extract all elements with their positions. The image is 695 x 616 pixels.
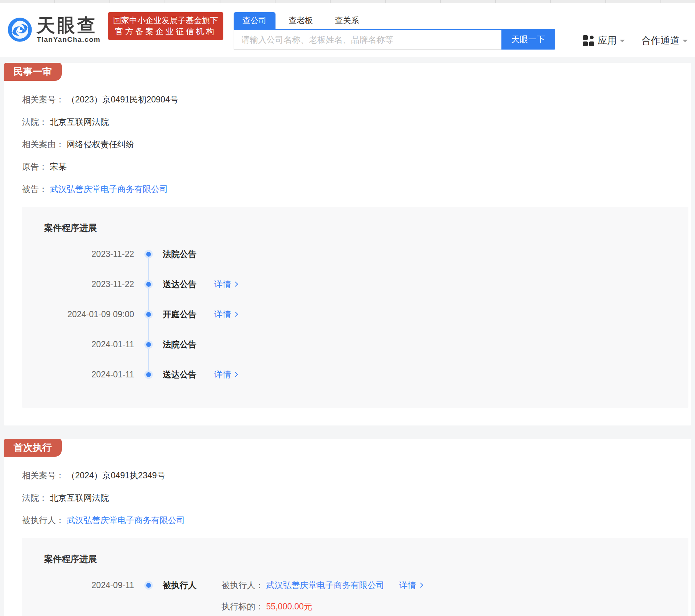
timeline-event: 法院公告 <box>163 338 197 351</box>
case-progress-panel: 案件程序进展 2024-09-11 被执行人 被执行人： 武汉弘善庆堂电子商务有… <box>22 538 688 616</box>
browser-edge-strip <box>0 0 695 3</box>
search-button[interactable]: 天眼一下 <box>501 29 555 50</box>
tab-search-company[interactable]: 查公司 <box>234 12 276 29</box>
detail-link[interactable]: 详情 <box>214 368 237 381</box>
timeline-dot-icon <box>146 583 151 588</box>
detail-link[interactable]: 详情 <box>214 308 237 320</box>
header-nav: 应用 合作通道 <box>583 34 688 47</box>
timeline-event: 被执行人 <box>163 579 222 591</box>
detail-link[interactable]: 详情 <box>399 579 422 591</box>
field-case-cause: 相关案由： 网络侵权责任纠纷 <box>22 139 691 149</box>
nav-divider <box>633 35 633 46</box>
field-defendant: 被告： 武汉弘善庆堂电子商务有限公司 <box>22 184 691 194</box>
panel-title: 案件程序进展 <box>44 553 688 565</box>
field-plaintiff: 原告： 宋某 <box>22 162 691 171</box>
section-badge: 首次执行 <box>4 439 62 457</box>
field-case-number: 相关案号： （2024）京0491执2349号 <box>22 471 691 480</box>
certification-line1: 国家中小企业发展子基金旗下 <box>113 15 218 26</box>
brand-domain: TianYanCha.com <box>37 36 101 44</box>
chevron-right-icon <box>418 583 423 588</box>
defendant-company-link[interactable]: 武汉弘善庆堂电子商务有限公司 <box>50 184 168 194</box>
detail-link[interactable]: 详情 <box>214 278 237 290</box>
field-executee: 被执行人： 武汉弘善庆堂电子商务有限公司 <box>22 515 691 525</box>
chevron-right-icon <box>233 372 238 377</box>
certification-line2: 官方备案企业征信机构 <box>113 26 218 37</box>
timeline-row: 2024-01-11 送达公告 详情 <box>44 368 688 398</box>
search-block: 查公司 查老板 查关系 天眼一下 <box>234 14 555 50</box>
logo[interactable]: 天眼查 TianYanCha.com <box>7 16 101 44</box>
case-progress-panel: 案件程序进展 2023-11-22 法院公告 2023-11-22 送达公告 详… <box>22 207 688 408</box>
search-input[interactable] <box>234 29 501 50</box>
timeline-event: 开庭公告 <box>163 308 197 320</box>
caret-down-icon <box>683 40 688 45</box>
timeline-date: 2023-11-22 <box>44 248 134 260</box>
field-court: 法院： 北京互联网法院 <box>22 117 691 127</box>
panel-title: 案件程序进展 <box>44 222 688 234</box>
brand-name: 天眼查 <box>37 16 101 35</box>
execution-amount-line: 执行标的： 55,000.00元 <box>222 600 422 613</box>
field-court: 法院： 北京互联网法院 <box>22 493 691 503</box>
nav-apps-label: 应用 <box>598 34 617 47</box>
section-civil-first-trial: 民事一审 相关案号： （2023）京0491民初20904号 法院： 北京互联网… <box>4 63 691 425</box>
legal-case-content: 民事一审 相关案号： （2023）京0491民初20904号 法院： 北京互联网… <box>0 57 695 616</box>
timeline-date: 2024-01-11 <box>44 368 134 381</box>
timeline-row: 2024-01-09 09:00 开庭公告 详情 <box>44 308 688 338</box>
nav-partner-channel[interactable]: 合作通道 <box>641 34 688 47</box>
certification-badge: 国家中小企业发展子基金旗下 官方备案企业征信机构 <box>108 12 223 40</box>
chevron-right-icon <box>233 312 238 317</box>
timeline-dot-icon <box>146 312 151 317</box>
executee-company-link[interactable]: 武汉弘善庆堂电子商务有限公司 <box>266 580 384 590</box>
caret-down-icon <box>620 40 625 45</box>
site-header: 天眼查 TianYanCha.com 国家中小企业发展子基金旗下 官方备案企业征… <box>0 3 695 57</box>
timeline: 2023-11-22 法院公告 2023-11-22 送达公告 详情 2024- <box>44 248 688 398</box>
tianyancha-logo-icon <box>7 17 32 42</box>
field-case-number: 相关案号： （2023）京0491民初20904号 <box>22 95 691 104</box>
execution-amount: 55,000.00元 <box>266 602 312 611</box>
search-tabs: 查公司 查老板 查关系 <box>234 14 555 29</box>
nav-partner-label: 合作通道 <box>641 34 680 47</box>
timeline-dot-icon <box>146 282 151 287</box>
executee-detail-line: 被执行人： 武汉弘善庆堂电子商务有限公司 详情 <box>222 579 422 591</box>
timeline-date: 2024-09-11 <box>44 579 134 591</box>
timeline-dot-icon <box>146 252 151 257</box>
timeline-row: 2024-01-11 法院公告 <box>44 338 688 368</box>
timeline-dot-icon <box>146 342 151 347</box>
nav-apps[interactable]: 应用 <box>583 34 625 47</box>
timeline: 2024-09-11 被执行人 被执行人： 武汉弘善庆堂电子商务有限公司 详情 … <box>44 579 688 613</box>
timeline-date: 2024-01-11 <box>44 338 134 351</box>
timeline-row: 2024-09-11 被执行人 被执行人： 武汉弘善庆堂电子商务有限公司 详情 … <box>44 579 688 613</box>
timeline-date: 2023-11-22 <box>44 278 134 290</box>
timeline-row: 2023-11-22 送达公告 详情 <box>44 278 688 308</box>
timeline-dot-icon <box>146 372 151 377</box>
timeline-event: 送达公告 <box>163 368 197 381</box>
timeline-event: 法院公告 <box>163 248 197 260</box>
tab-search-boss[interactable]: 查老板 <box>280 12 322 29</box>
tab-search-relation[interactable]: 查关系 <box>326 12 368 29</box>
timeline-date: 2024-01-09 09:00 <box>44 308 134 320</box>
section-badge: 民事一审 <box>4 63 62 81</box>
executee-company-link[interactable]: 武汉弘善庆堂电子商务有限公司 <box>66 515 185 525</box>
timeline-row: 2023-11-22 法院公告 <box>44 248 688 278</box>
apps-grid-icon <box>583 35 594 46</box>
chevron-right-icon <box>233 282 238 287</box>
timeline-event: 送达公告 <box>163 278 197 290</box>
section-first-execution: 首次执行 相关案号： （2024）京0491执2349号 法院： 北京互联网法院… <box>4 439 691 616</box>
